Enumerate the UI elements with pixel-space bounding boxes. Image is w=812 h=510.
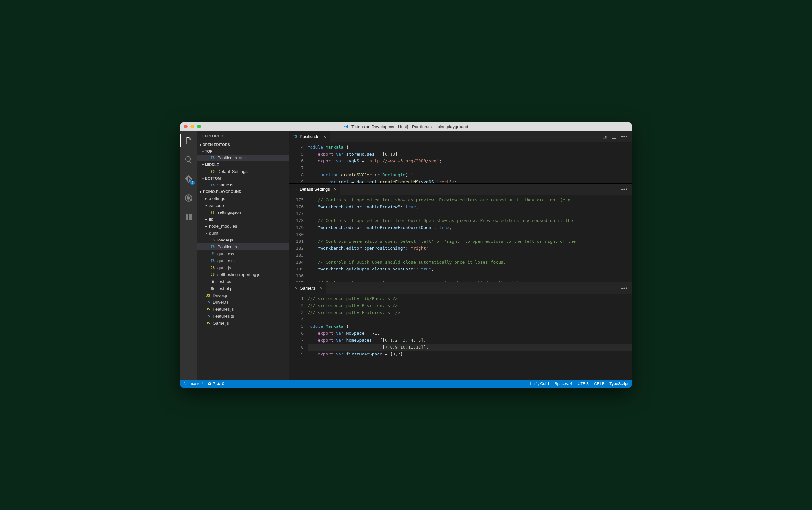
app-window: [Extension Development Host] - Position.… xyxy=(180,122,632,388)
file-features-js[interactable]: JSFeatures.js xyxy=(197,306,289,313)
error-icon xyxy=(208,382,212,386)
file-qunit-css[interactable]: #qunit.css xyxy=(197,250,289,257)
git-badge: 4 xyxy=(190,180,195,185)
tab-actions-top: ••• xyxy=(602,131,632,142)
zoom-window-button[interactable] xyxy=(197,124,201,129)
ts-icon: TS xyxy=(206,301,211,304)
gutter-middle: 175176177178179180181182183184185186187 xyxy=(289,195,307,282)
tab-position[interactable]: TS Position.ts × xyxy=(289,131,330,142)
folder-node-modules[interactable]: node_modules xyxy=(197,223,289,230)
files-icon xyxy=(184,136,193,145)
debug-icon xyxy=(184,194,193,202)
activity-bar: 4 xyxy=(180,131,197,380)
file-game-js[interactable]: JSGame.js xyxy=(197,319,289,327)
json-icon: {} xyxy=(210,170,215,173)
file-driver-js[interactable]: JSDriver.js xyxy=(197,292,289,299)
status-encoding[interactable]: UTF-8 xyxy=(577,381,589,386)
open-editor-default-settings[interactable]: {} Default Settings xyxy=(197,168,289,175)
group-middle-header[interactable]: MIDDLE xyxy=(197,162,289,168)
references-icon[interactable] xyxy=(602,134,607,139)
code-area-middle[interactable]: 175176177178179180181182183184185186187 … xyxy=(289,195,632,282)
editor-group-bottom: TS Game.ts × ••• 123456789 /// <referenc… xyxy=(289,282,632,380)
git-activity[interactable]: 4 xyxy=(180,172,197,186)
js-icon: JS xyxy=(206,321,211,325)
json-icon: {} xyxy=(292,188,298,191)
window-title: [Extension Development Host] - Position.… xyxy=(344,124,468,129)
vscode-icon xyxy=(344,124,349,129)
file-test-foo[interactable]: ≡test.foo xyxy=(197,278,289,285)
file-selfhosting-js[interactable]: JSselfhosting-reporting.js xyxy=(197,271,289,278)
open-editor-game[interactable]: TS Game.ts xyxy=(197,181,289,189)
tab-default-settings[interactable]: {} Default Settings × xyxy=(289,183,340,195)
ts-icon: TS xyxy=(292,135,298,138)
explorer-activity[interactable] xyxy=(180,134,197,147)
file-driver-ts[interactable]: TSDriver.ts xyxy=(197,299,289,306)
file-features-ts[interactable]: TSFeatures.ts xyxy=(197,313,289,319)
file-settings-json[interactable]: {}settings.json xyxy=(197,209,289,216)
more-actions-icon[interactable]: ••• xyxy=(621,187,628,192)
php-icon: 🐘 xyxy=(210,287,215,290)
branch-icon xyxy=(184,381,188,386)
debug-activity[interactable] xyxy=(180,191,197,205)
minimize-window-button[interactable] xyxy=(190,124,194,129)
close-tab-icon[interactable]: × xyxy=(320,286,322,291)
js-icon: JS xyxy=(210,273,215,276)
extensions-icon xyxy=(185,213,192,221)
json-icon: {} xyxy=(210,210,215,214)
css-icon: # xyxy=(210,252,215,256)
sidebar-title: EXPLORER xyxy=(197,131,289,141)
folder-settings[interactable]: .settings xyxy=(197,195,289,202)
file-qunit-js[interactable]: JSqunit.js xyxy=(197,264,289,271)
editor-group-middle: {} Default Settings × ••• 17517617717817… xyxy=(289,183,632,282)
tab-game[interactable]: TS Game.ts × xyxy=(289,282,326,294)
js-icon: JS xyxy=(210,266,215,270)
group-bottom-header[interactable]: BOTTOM xyxy=(197,175,289,181)
code-content-middle: // Controls if opened editors show as pr… xyxy=(307,195,632,282)
status-lncol[interactable]: Ln 1, Col 1 xyxy=(531,381,549,386)
js-icon: JS xyxy=(206,293,211,297)
close-window-button[interactable] xyxy=(184,124,188,129)
folder-lib[interactable]: lib xyxy=(197,216,289,223)
gutter-top: 456789 xyxy=(289,142,307,183)
open-editor-position[interactable]: TS Position.ts qunit xyxy=(197,154,289,162)
status-eol[interactable]: CRLF xyxy=(594,381,604,386)
code-area-top[interactable]: 456789 module Mankala { export var store… xyxy=(289,142,632,183)
code-content-top: module Mankala { export var storeHouses … xyxy=(307,142,632,183)
status-spaces[interactable]: Spaces: 4 xyxy=(555,381,572,386)
folder-vscode[interactable]: .vscode xyxy=(197,202,289,209)
status-bar: master* 7 0 Ln 1, Col 1 Spaces: 4 UTF-8 … xyxy=(180,380,632,388)
group-top-header[interactable]: TOP xyxy=(197,148,289,154)
code-area-bottom[interactable]: 123456789 /// <reference path="lib/Base.… xyxy=(289,294,632,380)
search-icon xyxy=(184,155,193,164)
more-actions-icon[interactable]: ••• xyxy=(621,134,628,140)
close-tab-icon[interactable]: × xyxy=(334,187,336,192)
tab-bar-middle: {} Default Settings × ••• xyxy=(289,183,632,195)
workspace-header[interactable]: TICINO-PLAYGROUND xyxy=(197,189,289,195)
file-test-php[interactable]: 🐘test.php xyxy=(197,285,289,292)
editor-area: TS Position.ts × ••• 456789 module Manka… xyxy=(289,131,632,380)
file-position-ts[interactable]: TSPosition.ts xyxy=(197,244,289,250)
status-problems[interactable]: 7 0 xyxy=(208,381,224,386)
tab-bar-bottom: TS Game.ts × ••• xyxy=(289,282,632,294)
warning-icon xyxy=(217,382,221,386)
file-qunit-dts[interactable]: TSqunit.d.ts xyxy=(197,257,289,264)
main-layout: 4 EXPLORER OPEN EDITORS TOP TS Position.… xyxy=(180,131,632,380)
extensions-activity[interactable] xyxy=(180,210,197,224)
code-content-bottom: /// <reference path="lib/Base.ts"/> /// … xyxy=(307,294,632,380)
tab-bar-top: TS Position.ts × ••• xyxy=(289,131,632,142)
file-loader-js[interactable]: JSloader.js xyxy=(197,236,289,244)
more-actions-icon[interactable]: ••• xyxy=(621,285,628,291)
split-editor-icon[interactable] xyxy=(612,135,616,139)
close-tab-icon[interactable]: × xyxy=(323,134,326,139)
open-editors-header[interactable]: OPEN EDITORS xyxy=(197,141,289,148)
status-branch[interactable]: master* xyxy=(184,381,203,386)
tab-actions-middle: ••• xyxy=(621,183,632,195)
ts-icon: TS xyxy=(210,259,215,262)
status-language[interactable]: TypeScript xyxy=(609,381,628,386)
sidebar: EXPLORER OPEN EDITORS TOP TS Position.ts… xyxy=(197,131,289,380)
folder-qunit[interactable]: qunit xyxy=(197,230,289,236)
file-icon: ≡ xyxy=(210,280,215,283)
js-icon: JS xyxy=(206,307,211,311)
js-icon: JS xyxy=(210,238,215,242)
search-activity[interactable] xyxy=(180,153,197,166)
